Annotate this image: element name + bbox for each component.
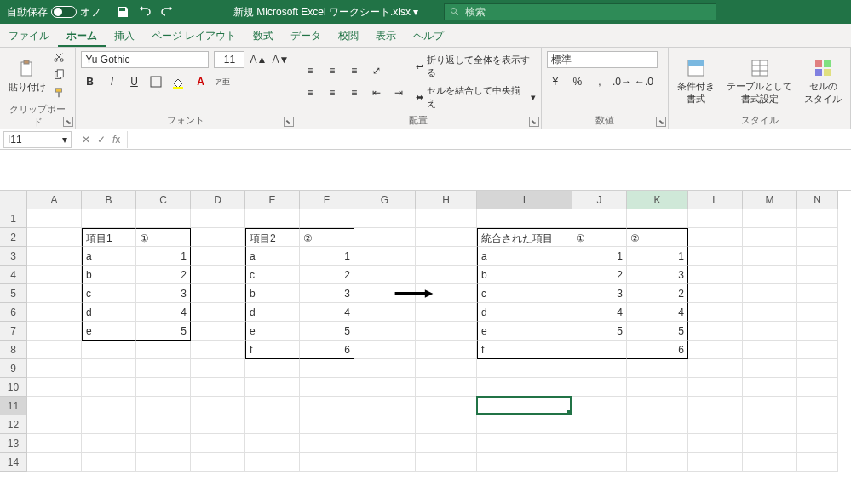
- enter-formula-icon[interactable]: ✓: [97, 134, 106, 146]
- row-header-12[interactable]: 12: [0, 415, 27, 434]
- decrease-font-icon[interactable]: A▼: [272, 51, 289, 68]
- cell-B6[interactable]: d: [82, 303, 136, 322]
- row-header-2[interactable]: 2: [0, 228, 27, 247]
- cell-H8[interactable]: [416, 341, 477, 359]
- tab-data[interactable]: データ: [282, 24, 330, 47]
- column-header-A[interactable]: A: [27, 191, 82, 209]
- cell-G1[interactable]: [354, 209, 416, 228]
- cell-F3[interactable]: 1: [300, 247, 354, 266]
- redo-icon[interactable]: [160, 5, 174, 19]
- cell-E3[interactable]: a: [245, 247, 300, 266]
- cell-D3[interactable]: [191, 247, 245, 266]
- cell-A11[interactable]: [27, 397, 82, 415]
- cell-F8[interactable]: 6: [300, 341, 354, 359]
- cell-B8[interactable]: [82, 341, 136, 359]
- search-input[interactable]: 検索: [444, 3, 716, 20]
- orientation-icon[interactable]: ⤢: [368, 62, 385, 79]
- cell-N12[interactable]: [797, 415, 838, 434]
- conditional-formatting-button[interactable]: 条件付き 書式: [674, 56, 718, 107]
- cell-H7[interactable]: [416, 322, 477, 341]
- cell-N3[interactable]: [797, 247, 838, 266]
- cell-N13[interactable]: [797, 434, 838, 453]
- tab-page-layout[interactable]: ページ レイアウト: [143, 24, 244, 47]
- cell-G6[interactable]: [354, 303, 416, 322]
- cell-J9[interactable]: [572, 359, 627, 378]
- cell-K13[interactable]: [627, 434, 688, 453]
- cell-D5[interactable]: [191, 284, 245, 303]
- bold-button[interactable]: B: [81, 73, 98, 90]
- cell-C6[interactable]: 4: [136, 303, 191, 322]
- cell-B5[interactable]: c: [82, 284, 136, 303]
- cell-B1[interactable]: [82, 209, 136, 228]
- cell-F1[interactable]: [300, 209, 354, 228]
- cell-I8[interactable]: f: [477, 341, 572, 359]
- phonetic-icon[interactable]: ア亜: [214, 73, 231, 90]
- cell-L7[interactable]: [688, 322, 743, 341]
- cell-D13[interactable]: [191, 434, 245, 453]
- cell-B3[interactable]: a: [82, 247, 136, 266]
- cell-E12[interactable]: [245, 415, 300, 434]
- cell-N6[interactable]: [797, 303, 838, 322]
- cell-L13[interactable]: [688, 434, 743, 453]
- align-center-icon[interactable]: ≡: [324, 84, 341, 101]
- column-header-C[interactable]: C: [136, 191, 191, 209]
- italic-button[interactable]: I: [103, 73, 120, 90]
- cell-K1[interactable]: [627, 209, 688, 228]
- cell-A3[interactable]: [27, 247, 82, 266]
- cell-G11[interactable]: [354, 397, 416, 415]
- cell-J8[interactable]: [572, 341, 627, 359]
- cell-A6[interactable]: [27, 303, 82, 322]
- cell-A5[interactable]: [27, 284, 82, 303]
- cell-M5[interactable]: [743, 284, 797, 303]
- cell-D1[interactable]: [191, 209, 245, 228]
- cell-H10[interactable]: [416, 378, 477, 397]
- cell-L2[interactable]: [688, 228, 743, 247]
- cell-A12[interactable]: [27, 415, 82, 434]
- cell-F5[interactable]: 3: [300, 284, 354, 303]
- currency-icon[interactable]: ¥: [547, 73, 564, 90]
- cell-F14[interactable]: [300, 453, 354, 472]
- row-header-11[interactable]: 11: [0, 397, 27, 415]
- cell-L8[interactable]: [688, 341, 743, 359]
- number-format-combo[interactable]: 標準: [547, 51, 658, 68]
- font-color-icon[interactable]: A: [192, 73, 209, 90]
- cell-F4[interactable]: 2: [300, 266, 354, 284]
- cell-F12[interactable]: [300, 415, 354, 434]
- cell-J4[interactable]: 2: [572, 266, 627, 284]
- alignment-launcher-icon[interactable]: ⬊: [529, 117, 539, 127]
- column-header-J[interactable]: J: [572, 191, 627, 209]
- cell-J5[interactable]: 3: [572, 284, 627, 303]
- cell-D14[interactable]: [191, 453, 245, 472]
- align-top-icon[interactable]: ≡: [302, 62, 319, 79]
- cell-B14[interactable]: [82, 453, 136, 472]
- row-header-14[interactable]: 14: [0, 453, 27, 472]
- cell-A14[interactable]: [27, 453, 82, 472]
- increase-decimal-icon[interactable]: .0→: [613, 73, 630, 90]
- fx-icon[interactable]: fx: [112, 134, 120, 146]
- cell-E4[interactable]: c: [245, 266, 300, 284]
- wrap-text-button[interactable]: ↩折り返して全体を表示する: [416, 54, 536, 79]
- cell-E6[interactable]: d: [245, 303, 300, 322]
- cell-C12[interactable]: [136, 415, 191, 434]
- name-box[interactable]: I11 ▾: [3, 131, 72, 148]
- row-header-7[interactable]: 7: [0, 322, 27, 341]
- cell-A2[interactable]: [27, 228, 82, 247]
- cell-J11[interactable]: [572, 397, 627, 415]
- cell-N8[interactable]: [797, 341, 838, 359]
- cell-D4[interactable]: [191, 266, 245, 284]
- cell-K12[interactable]: [627, 415, 688, 434]
- cell-I14[interactable]: [477, 453, 572, 472]
- document-title[interactable]: 新規 Microsoft Excel ワークシート.xlsx ▾: [233, 5, 418, 20]
- column-header-H[interactable]: H: [416, 191, 477, 209]
- cell-C7[interactable]: 5: [136, 322, 191, 341]
- cell-M6[interactable]: [743, 303, 797, 322]
- align-middle-icon[interactable]: ≡: [324, 62, 341, 79]
- cell-E5[interactable]: b: [245, 284, 300, 303]
- row-header-1[interactable]: 1: [0, 209, 27, 228]
- cell-M1[interactable]: [743, 209, 797, 228]
- cell-H9[interactable]: [416, 359, 477, 378]
- cell-M9[interactable]: [743, 359, 797, 378]
- tab-file[interactable]: ファイル: [0, 24, 58, 47]
- cell-C8[interactable]: [136, 341, 191, 359]
- cell-A10[interactable]: [27, 378, 82, 397]
